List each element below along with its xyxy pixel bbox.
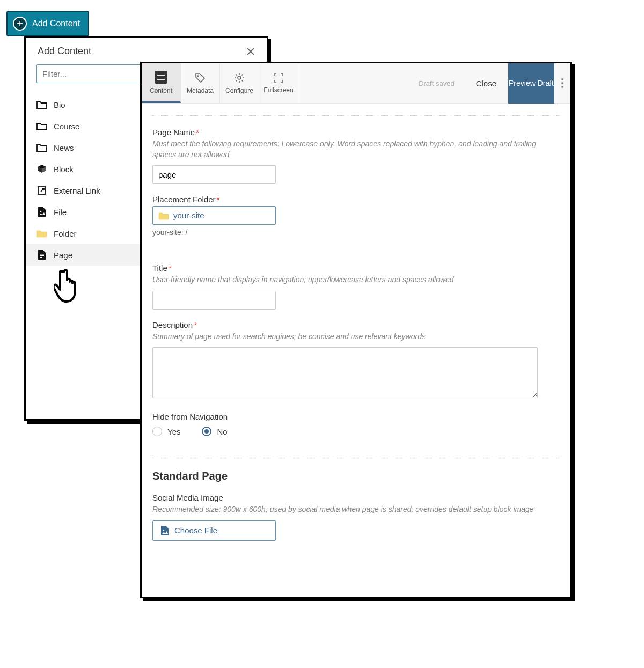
page-editor: Content Metadata Configure Fullscreen: [140, 62, 572, 598]
content-type-label: Page: [54, 251, 72, 260]
tag-icon: [194, 72, 206, 84]
content-type-label: External Link: [54, 186, 100, 195]
section-standard-page: Standard Page: [152, 470, 560, 482]
hide-from-nav-yes[interactable]: Yes: [152, 427, 180, 436]
content-type-label: File: [54, 208, 67, 217]
hide-from-nav-label: Hide from Navigation: [152, 412, 560, 421]
svg-rect-2: [40, 254, 44, 255]
tab-label: Content: [150, 87, 172, 94]
radio-label: No: [217, 427, 227, 436]
file-image-icon: [160, 525, 169, 536]
social-image-label: Social Media Image: [152, 493, 560, 502]
add-content-label: Add Content: [32, 19, 80, 28]
svg-rect-3: [40, 255, 44, 256]
tab-metadata[interactable]: Metadata: [181, 63, 220, 103]
social-image-help: Recommended size: 900w x 600h; used by s…: [152, 504, 560, 515]
draft-saved-status: Draft saved: [419, 79, 454, 87]
svg-point-5: [197, 75, 199, 77]
content-type-label: Folder: [54, 229, 77, 238]
svg-rect-4: [40, 257, 42, 258]
editor-toolbar: Content Metadata Configure Fullscreen: [142, 63, 570, 104]
content-type-label: News: [54, 143, 74, 152]
content-icon: [155, 71, 167, 84]
svg-point-8: [561, 82, 564, 84]
page-name-label: Page Name*: [152, 128, 560, 137]
tab-label: Metadata: [187, 87, 214, 94]
tab-label: Fullscreen: [264, 86, 293, 94]
content-type-label: Bio: [54, 100, 65, 109]
folder-icon: [158, 211, 169, 220]
choose-file-button[interactable]: Choose File: [152, 520, 276, 541]
file-icon: [36, 207, 47, 217]
svg-point-1: [40, 211, 42, 212]
radio-label: Yes: [167, 427, 180, 436]
plus-icon: +: [13, 17, 27, 31]
description-help: Summary of page used for search engines;…: [152, 332, 560, 342]
folder-outline-icon: [36, 142, 47, 153]
description-textarea[interactable]: [152, 347, 538, 398]
external-link-icon: [36, 185, 47, 196]
tab-label: Configure: [225, 87, 253, 94]
content-type-label: Block: [54, 165, 74, 174]
title-label: Title*: [152, 263, 560, 273]
page-name-help: Must meet the following requirements: Lo…: [152, 139, 560, 160]
tab-configure[interactable]: Configure: [220, 63, 259, 103]
description-label: Description*: [152, 320, 560, 329]
block-icon: [36, 164, 47, 174]
svg-point-9: [561, 86, 564, 88]
svg-point-6: [238, 76, 241, 79]
title-input[interactable]: [152, 291, 276, 310]
svg-point-7: [561, 78, 564, 80]
placement-folder-label: Placement Folder*: [152, 195, 560, 204]
panel-title: Add Content: [38, 46, 91, 57]
preview-draft-button[interactable]: Preview Draft: [508, 63, 554, 104]
choose-file-label: Choose File: [174, 526, 217, 535]
placement-folder-value: your-site: [173, 211, 204, 220]
content-type-label: Course: [54, 122, 79, 131]
close-icon[interactable]: [246, 47, 255, 56]
page-name-input[interactable]: [152, 165, 276, 184]
gear-icon: [233, 72, 245, 84]
title-help: User-friendly name that displays in navi…: [152, 275, 560, 285]
folder-icon: [36, 228, 47, 239]
tab-fullscreen[interactable]: Fullscreen: [259, 63, 298, 103]
folder-outline-icon: [36, 99, 47, 110]
folder-outline-icon: [36, 121, 47, 131]
svg-point-10: [163, 530, 165, 531]
placement-breadcrumb: your-site: /: [152, 228, 560, 237]
cursor-hand-icon: [54, 268, 84, 304]
hide-from-nav-no[interactable]: No: [202, 427, 227, 436]
radio-icon: [152, 427, 162, 436]
radio-selected-icon: [202, 427, 211, 436]
more-menu-button[interactable]: [554, 78, 570, 88]
placement-folder-picker[interactable]: your-site: [152, 206, 276, 225]
add-content-button[interactable]: + Add Content: [6, 11, 89, 36]
fullscreen-icon: [273, 72, 284, 83]
tab-content[interactable]: Content: [142, 63, 181, 103]
page-icon: [36, 249, 47, 260]
close-button[interactable]: Close: [464, 79, 508, 88]
